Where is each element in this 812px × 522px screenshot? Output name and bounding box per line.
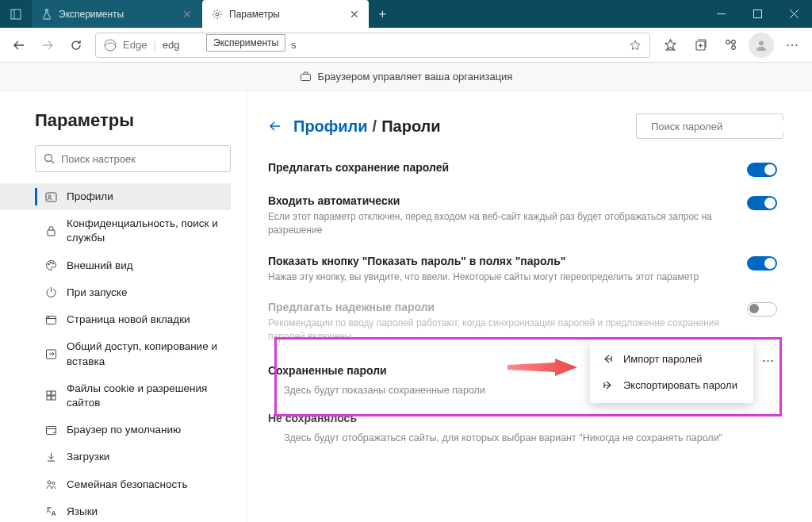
svg-point-7 xyxy=(105,40,116,51)
svg-rect-29 xyxy=(47,391,51,395)
share-icon xyxy=(44,348,57,361)
appearance-icon xyxy=(44,259,57,272)
toggle-offer-save[interactable] xyxy=(747,163,777,177)
power-icon xyxy=(44,286,57,299)
import-icon xyxy=(601,353,614,365)
sidebar-item-default[interactable]: Браузер по умолчанию xyxy=(0,416,231,443)
svg-line-18 xyxy=(52,161,55,164)
sidebar-item-label: Языки xyxy=(67,505,98,519)
svg-point-36 xyxy=(52,482,55,485)
sidebar-item-downloads[interactable]: Загрузки xyxy=(0,443,231,470)
setting-strong-title: Предлагать надежные пароли xyxy=(268,301,747,313)
setting-autosignin-title: Входить автоматически xyxy=(268,194,747,207)
address-bar[interactable]: Edge | edg asswords xyxy=(95,33,650,58)
edge-icon xyxy=(104,39,117,52)
toggle-autosignin[interactable] xyxy=(747,196,777,210)
sidebar-item-label: Общий доступ, копирование и вставка xyxy=(67,340,221,368)
svg-point-15 xyxy=(759,40,764,45)
sidebar-item-cookies[interactable]: Файлы cookie и разрешения сайтов xyxy=(0,375,231,416)
sidebar-item-label: Загрузки xyxy=(67,450,109,464)
toggle-reveal[interactable] xyxy=(747,256,777,271)
svg-point-17 xyxy=(45,155,52,162)
lock-icon xyxy=(44,225,57,237)
svg-rect-19 xyxy=(46,193,56,202)
close-icon[interactable]: ✕ xyxy=(350,8,359,21)
breadcrumb-back-button[interactable] xyxy=(268,119,282,133)
svg-point-13 xyxy=(731,40,735,44)
extensions-button[interactable] xyxy=(715,31,745,59)
refresh-button[interactable] xyxy=(62,31,90,59)
sidebar-item-newtab[interactable]: Страница новой вкладки xyxy=(0,306,231,333)
breadcrumb-sep: / xyxy=(373,117,377,136)
svg-rect-16 xyxy=(301,75,310,81)
svg-point-14 xyxy=(731,46,735,50)
settings-search-input[interactable] xyxy=(61,153,222,165)
sidebar-item-label: Файлы cookie и разрешения сайтов xyxy=(67,382,221,410)
close-icon[interactable]: ✕ xyxy=(182,8,192,21)
svg-rect-0 xyxy=(11,10,21,19)
settings-search[interactable] xyxy=(35,145,231,172)
menu-export-label: Экспортировать пароли xyxy=(623,379,737,391)
close-window-button[interactable] xyxy=(776,0,812,28)
address-scheme: Edge xyxy=(123,39,147,51)
profile-button[interactable] xyxy=(749,33,774,58)
cookies-icon xyxy=(44,390,57,402)
menu-export-passwords[interactable]: Экспортировать пароли xyxy=(590,372,753,398)
menu-import-passwords[interactable]: Импорт паролей xyxy=(590,346,753,372)
sidebar-item-appearance[interactable]: Внешний вид xyxy=(0,252,231,279)
minimize-button[interactable] xyxy=(703,0,739,28)
briefcase-icon xyxy=(300,71,312,83)
sidebar-item-profiles[interactable]: Профили xyxy=(0,183,231,210)
managed-text: Браузером управляет ваша организация xyxy=(318,71,513,83)
favorites-button[interactable] xyxy=(655,31,685,59)
tab-actions-button[interactable] xyxy=(0,0,32,28)
tooltip: Эксперименты xyxy=(206,34,285,52)
sidebar-item-share[interactable]: Общий доступ, копирование и вставка xyxy=(0,333,231,374)
back-button[interactable] xyxy=(5,31,33,59)
newtab-icon xyxy=(44,313,57,326)
breadcrumb-link[interactable]: Профили xyxy=(293,117,368,136)
svg-rect-32 xyxy=(52,396,56,400)
svg-rect-31 xyxy=(47,396,51,400)
collections-button[interactable] xyxy=(685,31,715,59)
setting-reveal-title: Показать кнопку "Показать пароль" в поля… xyxy=(268,255,747,267)
download-icon xyxy=(44,451,57,464)
more-options-button[interactable]: ⋯ xyxy=(758,353,777,367)
browser-icon xyxy=(44,424,57,436)
new-tab-button[interactable]: + xyxy=(369,0,396,28)
password-search-input[interactable] xyxy=(651,121,784,132)
maximize-button[interactable] xyxy=(739,0,776,28)
favorite-star-icon[interactable] xyxy=(629,39,642,52)
setting-autosignin-desc: Если этот параметр отключен, перед входо… xyxy=(268,210,747,237)
svg-rect-21 xyxy=(48,230,55,236)
never-saved-desc: Здесь будут отображаться сайты, для кото… xyxy=(284,432,783,443)
svg-rect-30 xyxy=(52,391,56,395)
forward-button[interactable] xyxy=(33,31,62,59)
menu-button[interactable]: ⋯ xyxy=(777,31,807,59)
svg-point-12 xyxy=(726,40,730,44)
sidebar-item-family[interactable]: Семейная безопасность xyxy=(0,471,231,498)
sidebar-item-languages[interactable]: Языки xyxy=(0,498,231,522)
tab-experiments[interactable]: Эксперименты ✕ xyxy=(32,0,202,28)
svg-point-24 xyxy=(52,263,54,264)
tab-settings[interactable]: Параметры ✕ xyxy=(202,0,369,28)
password-search[interactable] xyxy=(636,113,783,139)
svg-point-23 xyxy=(50,262,52,263)
svg-point-35 xyxy=(48,481,51,484)
search-icon xyxy=(44,153,55,164)
gear-icon xyxy=(212,9,223,20)
language-icon xyxy=(44,505,57,518)
sidebar-item-privacy[interactable]: Конфиденциальность, поиск и службы xyxy=(0,210,231,251)
setting-offer-save-title: Предлагать сохранение паролей xyxy=(268,161,747,174)
sidebar-item-label: Страница новой вкладки xyxy=(67,313,190,327)
svg-point-22 xyxy=(48,263,49,265)
svg-point-27 xyxy=(48,317,48,317)
page-title: Параметры xyxy=(35,110,231,131)
never-saved-title: Не сохранялось xyxy=(268,412,783,424)
sidebar-item-startup[interactable]: При запуске xyxy=(0,279,231,306)
breadcrumb-current: Пароли xyxy=(381,117,440,136)
password-menu: Импорт паролей Экспортировать пароли xyxy=(590,341,753,403)
tab-label: Параметры xyxy=(229,9,343,20)
flask-icon xyxy=(41,9,52,20)
sidebar-item-label: Браузер по умолчанию xyxy=(67,423,181,437)
